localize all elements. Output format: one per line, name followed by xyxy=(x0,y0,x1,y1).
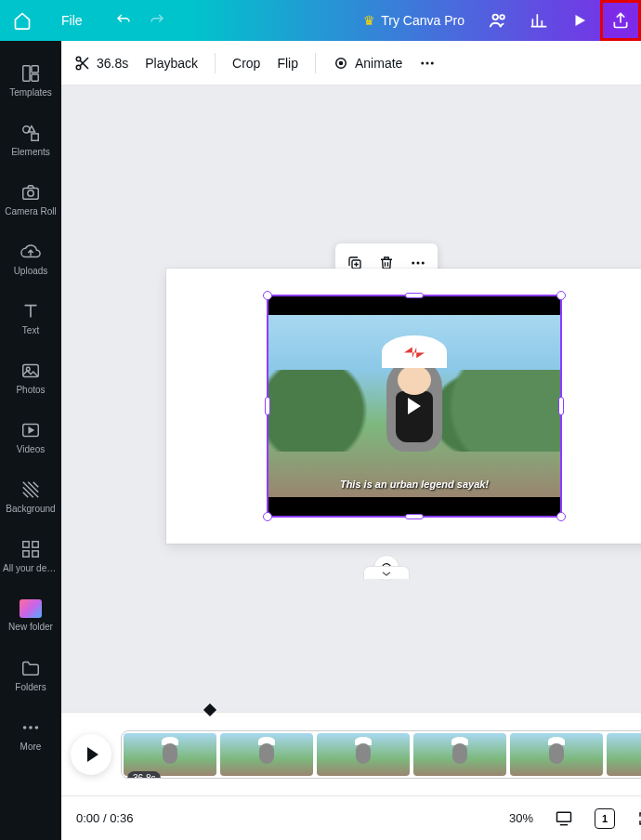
sidebar-item-photos[interactable]: Photos xyxy=(0,348,61,407)
more-icon xyxy=(20,717,41,738)
sidebar-item-label: All your desi… xyxy=(3,563,59,573)
svg-rect-15 xyxy=(33,550,38,556)
crown-icon: ♛ xyxy=(363,13,375,28)
sidebar-item-elements[interactable]: Elements xyxy=(0,110,61,169)
more-options-button[interactable] xyxy=(419,55,436,72)
canvas-wrapper[interactable]: This is an urban legend sayak! xyxy=(61,85,641,712)
svg-point-25 xyxy=(431,61,434,64)
resize-handle-bottom-right[interactable] xyxy=(556,512,566,521)
timeline-play-button[interactable] xyxy=(71,734,111,775)
play-overlay-icon[interactable] xyxy=(408,398,421,414)
resize-handle-left[interactable] xyxy=(265,397,270,415)
resize-handle-bottom[interactable] xyxy=(405,514,424,519)
present-button[interactable] xyxy=(559,0,600,41)
play-icon xyxy=(87,747,98,762)
sidebar-item-label: Uploads xyxy=(3,266,59,276)
insights-button[interactable] xyxy=(518,0,559,41)
flip-button[interactable]: Flip xyxy=(277,56,298,71)
resize-handle-top[interactable] xyxy=(405,293,424,298)
share-button[interactable] xyxy=(600,0,641,41)
canvas-page[interactable]: This is an urban legend sayak! xyxy=(166,269,641,544)
resize-handle-right[interactable] xyxy=(558,397,564,415)
selected-video-element[interactable]: This is an urban legend sayak! xyxy=(267,295,562,518)
page-number: 1 xyxy=(602,813,608,824)
crop-button[interactable]: Crop xyxy=(232,56,260,71)
sidebar-item-more[interactable]: More xyxy=(0,704,61,764)
svg-rect-12 xyxy=(23,541,29,546)
sidebar-item-label: Videos xyxy=(3,444,59,454)
playback-button[interactable]: Playback xyxy=(145,56,198,71)
timeline-clip[interactable] xyxy=(220,733,313,776)
animate-button[interactable]: Animate xyxy=(333,55,402,72)
sidebar-item-text[interactable]: Text xyxy=(0,288,61,348)
resize-handle-top-left[interactable] xyxy=(263,291,272,300)
crop-label: Crop xyxy=(232,56,260,71)
collaborate-button[interactable] xyxy=(477,0,518,41)
timeline-clip[interactable] xyxy=(607,733,641,776)
animate-icon xyxy=(333,55,349,72)
editor-area: 36.8s Playback Crop Flip Animate Positio… xyxy=(61,41,641,840)
video-preview: This is an urban legend sayak! xyxy=(268,296,560,516)
svg-point-23 xyxy=(422,61,425,64)
svg-point-24 xyxy=(426,61,429,64)
timeline-collapse-button[interactable] xyxy=(363,566,410,579)
zoom-percentage[interactable]: 30% xyxy=(509,811,533,825)
camera-icon xyxy=(20,182,41,203)
home-button[interactable] xyxy=(0,0,45,41)
timeline-clip[interactable] xyxy=(413,733,506,776)
svg-point-28 xyxy=(417,262,420,265)
sidebar-item-label: Background xyxy=(3,504,59,514)
sidebar-item-label: Camera Roll xyxy=(3,206,59,217)
timeline-clip[interactable] xyxy=(510,733,603,776)
svg-rect-30 xyxy=(557,812,571,821)
sidebar-item-camera-roll[interactable]: Camera Roll xyxy=(0,169,61,229)
sidebar-item-uploads[interactable]: Uploads xyxy=(0,229,61,288)
try-pro-button[interactable]: ♛ Try Canva Pro xyxy=(350,0,477,41)
sidebar-item-folders[interactable]: Folders xyxy=(0,645,61,704)
timeline-clip[interactable] xyxy=(317,733,410,776)
svg-point-18 xyxy=(35,726,39,729)
duration-label: 36.8s xyxy=(97,56,128,71)
view-mode-button[interactable] xyxy=(554,808,574,829)
text-icon xyxy=(20,301,41,322)
sidebar-item-templates[interactable]: Templates xyxy=(0,50,61,110)
new-folder-icon xyxy=(20,599,42,618)
timeline-clip[interactable] xyxy=(124,733,216,776)
bottom-bar: 0:00 / 0:36 30% 1 xyxy=(61,795,641,840)
undo-redo-group xyxy=(99,0,181,41)
file-menu-button[interactable]: File xyxy=(45,0,99,41)
templates-icon xyxy=(20,63,41,84)
sidebar-item-label: More xyxy=(3,742,59,752)
sidebar-item-label: Photos xyxy=(3,385,59,395)
fullscreen-icon xyxy=(637,810,641,827)
svg-rect-3 xyxy=(32,65,38,72)
videos-icon xyxy=(20,420,41,440)
trim-duration-button[interactable]: 36.8s xyxy=(74,55,128,72)
sidebar-item-all-designs[interactable]: All your desi… xyxy=(0,526,61,585)
slideshow-icon xyxy=(555,809,573,828)
sidebar-item-videos[interactable]: Videos xyxy=(0,407,61,466)
sidebar-item-new-folder[interactable]: New folder xyxy=(0,585,61,645)
svg-rect-6 xyxy=(32,133,38,139)
animate-label: Animate xyxy=(355,56,402,71)
sidebar-item-label: Templates xyxy=(3,87,59,98)
redo-button[interactable] xyxy=(140,4,174,37)
svg-point-17 xyxy=(29,726,33,729)
page-number-button[interactable]: 1 xyxy=(595,808,615,829)
timeline-clips-track[interactable]: 36.8s xyxy=(121,730,641,779)
clip-duration-chip: 36.8s xyxy=(127,771,161,779)
elements-icon xyxy=(20,123,41,143)
flip-label: Flip xyxy=(277,56,298,71)
time-display: 0:00 / 0:36 xyxy=(76,811,133,825)
svg-point-29 xyxy=(422,262,425,265)
timeline-playhead[interactable] xyxy=(205,705,215,715)
sidebar-item-background[interactable]: Background xyxy=(0,466,61,526)
play-icon xyxy=(571,12,588,29)
undo-icon xyxy=(115,12,132,29)
context-toolbar: 36.8s Playback Crop Flip Animate Positio… xyxy=(61,41,641,85)
chevron-down-icon xyxy=(381,570,392,577)
resize-handle-top-right[interactable] xyxy=(556,291,566,300)
resize-handle-bottom-left[interactable] xyxy=(263,512,272,521)
undo-button[interactable] xyxy=(107,4,140,37)
fullscreen-button[interactable] xyxy=(635,808,641,829)
